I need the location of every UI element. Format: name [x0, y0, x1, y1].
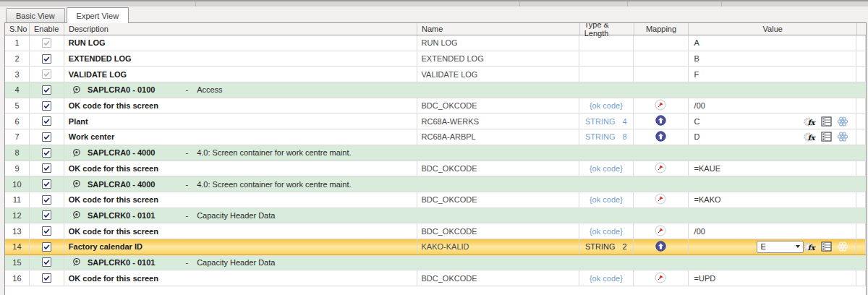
value-dropdown[interactable]: E [757, 241, 804, 253]
spacer-cell [856, 35, 866, 51]
column-header-name[interactable]: Name [417, 23, 580, 35]
pushpin-icon[interactable] [655, 272, 666, 285]
spacer-cell [856, 129, 866, 145]
enable-checkbox[interactable] [42, 148, 51, 158]
table-row[interactable]: 3VALIDATE LOGVALIDATE LOGF [5, 67, 866, 82]
enable-cell [30, 255, 64, 270]
recording-steps-table: S.No Enable Description Name Type & Leng… [4, 22, 867, 295]
function-icon[interactable]: fx [804, 116, 816, 127]
top-strip-divider [627, 1, 628, 7]
view-tabbar: Basic View Expert View [6, 7, 130, 22]
enable-checkbox[interactable] [42, 210, 51, 220]
column-header-type-length[interactable]: Type & Length [580, 23, 634, 35]
table-row[interactable]: 13OK code for this screenBDC_OKCODE{ok c… [5, 223, 866, 239]
description-text: OK code for this screen [69, 274, 158, 283]
table-icon[interactable] [821, 132, 832, 142]
tab-expert-view[interactable]: Expert View [67, 7, 129, 23]
enable-cell [30, 161, 64, 176]
settings-flower-icon[interactable] [837, 241, 848, 252]
function-icon[interactable]: fx [804, 241, 816, 252]
table-row[interactable]: 5OK code for this screenBDC_OKCODE{ok co… [5, 98, 866, 114]
value-cell: Cfx [689, 114, 856, 129]
column-header-description[interactable]: Description [64, 23, 417, 35]
arrow-up-circle-icon[interactable] [655, 241, 666, 253]
description-text: OK code for this screen [69, 195, 158, 204]
table-row[interactable]: 14Factory calendar IDKAKO-KALIDSTRING2Ef… [5, 239, 866, 255]
screen-description: Capacity Header Data [197, 258, 275, 267]
table-row[interactable]: 11OK code for this screenBDC_OKCODE{ok c… [5, 192, 866, 208]
table-row[interactable]: 1RUN LOGRUN LOGA [5, 35, 866, 51]
enable-checkbox[interactable] [42, 273, 51, 283]
name-cell: RC68A-WERKS [417, 114, 579, 129]
enable-checkbox[interactable] [42, 38, 51, 48]
row-number: 2 [5, 51, 30, 67]
dropdown-arrow-icon[interactable] [793, 241, 803, 252]
screen-row-cell: SAPLCRA0 - 4000-4.0: Screen container fo… [64, 145, 866, 161]
tab-basic-view[interactable]: Basic View [6, 8, 65, 22]
function-icon[interactable]: fx [804, 131, 816, 142]
row-number: 3 [5, 67, 30, 82]
svg-text:fx: fx [808, 134, 817, 142]
pushpin-icon[interactable] [655, 193, 666, 206]
table-row[interactable]: 16OK code for this screenBDC_OKCODE{ok c… [5, 270, 866, 286]
type-label: STRING [585, 132, 616, 141]
enable-checkbox[interactable] [42, 132, 51, 142]
mapping-cell [634, 35, 689, 51]
enable-checkbox[interactable] [42, 257, 51, 267]
settings-flower-icon[interactable] [837, 116, 848, 127]
description-cell: Plant [64, 114, 417, 129]
description-cell: RUN LOG [64, 35, 417, 51]
table-row[interactable]: 4SAPLCRA0 - 0100-Access [5, 82, 866, 98]
value-actions: fx [804, 131, 851, 142]
enable-checkbox[interactable] [42, 54, 51, 64]
name-cell: BDC_OKCODE [417, 192, 579, 208]
table-row[interactable]: 10SAPLCRA0 - 4000-4.0: Screen container … [5, 176, 866, 192]
arrow-up-circle-icon[interactable] [655, 131, 666, 143]
enable-checkbox[interactable] [42, 226, 51, 236]
table-icon[interactable] [821, 116, 832, 127]
enable-checkbox[interactable] [42, 195, 51, 205]
type-label: {ok code} [590, 164, 623, 173]
table-row[interactable]: 6PlantRC68A-WERKSSTRING4Cfx [5, 114, 866, 129]
screen-separator: - [185, 148, 188, 157]
pushpin-icon[interactable] [655, 225, 666, 238]
enable-checkbox[interactable] [42, 179, 51, 189]
pushpin-icon[interactable] [655, 99, 666, 112]
pushpin-icon[interactable] [655, 162, 666, 175]
value-text: B [693, 54, 699, 63]
table-header: S.No Enable Description Name Type & Leng… [5, 23, 866, 35]
table-row[interactable]: 7Work centerRC68A-ARBPLSTRING8Dfx [5, 129, 866, 145]
description-text: Work center [69, 132, 114, 141]
enable-checkbox[interactable] [42, 85, 51, 95]
column-header-sno[interactable]: S.No [5, 23, 30, 35]
value-cell: F [689, 67, 856, 82]
table-icon[interactable] [821, 241, 832, 252]
table-row[interactable]: 8SAPLCRA0 - 4000-4.0: Screen container f… [5, 145, 866, 161]
enable-checkbox[interactable] [42, 163, 51, 173]
description-text: VALIDATE LOG [69, 70, 127, 79]
row-number: 1 [5, 35, 30, 51]
column-header-enable[interactable]: Enable [30, 23, 64, 35]
column-header-mapping[interactable]: Mapping [634, 23, 689, 35]
arrow-up-circle-icon[interactable] [655, 115, 666, 127]
name-cell: EXTENDED LOG [417, 51, 579, 67]
enable-checkbox[interactable] [42, 101, 51, 111]
column-header-value[interactable]: Value [689, 23, 857, 35]
description-text: Plant [69, 117, 88, 126]
value-text: F [693, 70, 699, 79]
settings-flower-icon[interactable] [837, 131, 848, 142]
value-text: =UPD [693, 274, 716, 283]
table-row[interactable]: 9OK code for this screenBDC_OKCODE{ok co… [5, 161, 866, 177]
description-cell: OK code for this screen [64, 223, 417, 239]
table-row[interactable]: 12SAPLCRK0 - 0101-Capacity Header Data [5, 208, 866, 224]
enable-checkbox[interactable] [42, 69, 51, 79]
screen-record-icon [72, 210, 81, 220]
enable-checkbox[interactable] [42, 116, 51, 126]
top-strip-divider [721, 1, 722, 7]
column-header-spacer [857, 23, 866, 35]
mapping-cell [634, 98, 689, 114]
enable-cell [30, 67, 64, 82]
table-row[interactable]: 2EXTENDED LOGEXTENDED LOGB [5, 51, 866, 67]
enable-checkbox[interactable] [42, 242, 51, 252]
table-row[interactable]: 15SAPLCRK0 - 0101-Capacity Header Data [5, 255, 866, 271]
